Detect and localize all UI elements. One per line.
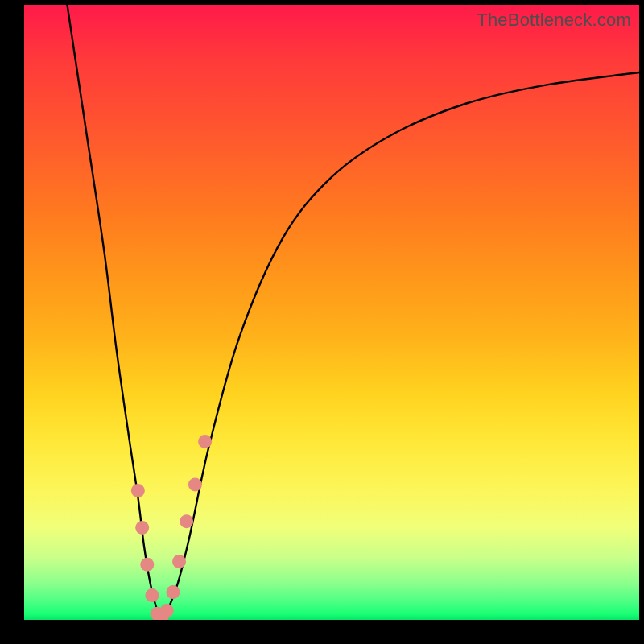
chart-curve — [67, 5, 639, 620]
chart-markers — [131, 435, 212, 620]
curve-marker — [160, 604, 174, 617]
curve-marker — [188, 477, 202, 491]
chart-frame: TheBottleneck.com — [0, 0, 644, 644]
curve-marker — [198, 435, 212, 448]
curve-marker — [135, 521, 149, 535]
curve-marker — [145, 588, 159, 602]
curve-marker — [131, 484, 145, 497]
curve-marker — [180, 514, 193, 528]
curve-marker — [166, 585, 180, 599]
chart-plot-area: TheBottleneck.com — [24, 5, 639, 620]
bottleneck-curve — [67, 5, 639, 620]
chart-svg — [24, 5, 639, 620]
curve-marker — [140, 558, 154, 572]
curve-marker — [172, 555, 186, 568]
